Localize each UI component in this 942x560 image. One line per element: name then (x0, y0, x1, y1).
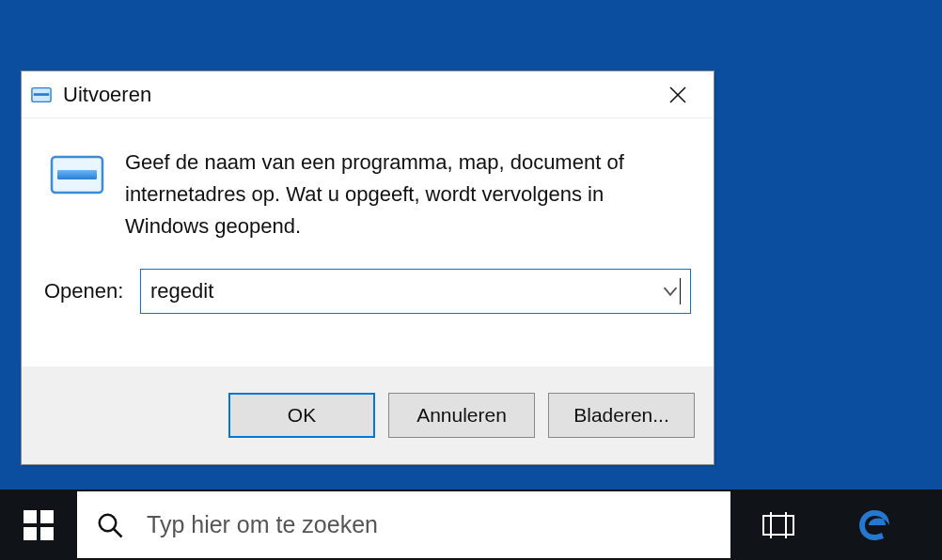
open-input[interactable] (150, 279, 681, 303)
svg-point-11 (100, 514, 117, 531)
svg-rect-9 (24, 527, 37, 540)
svg-rect-10 (40, 527, 54, 540)
cancel-button[interactable]: Annuleren (388, 393, 535, 438)
dialog-description: Geef de naam van een programma, map, doc… (125, 147, 680, 242)
browse-button[interactable]: Bladeren... (548, 393, 695, 438)
svg-rect-6 (57, 170, 97, 179)
run-icon (44, 147, 110, 203)
taskbar: Typ hier om te zoeken (0, 490, 942, 560)
dialog-content: Geef de naam van een programma, map, doc… (22, 118, 714, 252)
svg-rect-13 (763, 516, 793, 535)
dialog-title: Uitvoeren (63, 83, 151, 107)
chevron-down-icon[interactable] (662, 283, 679, 300)
text-cursor (680, 278, 681, 304)
run-dialog: Uitvoeren Geef de naam van een programma… (21, 70, 714, 465)
svg-rect-7 (24, 510, 37, 523)
edge-icon[interactable] (826, 490, 922, 560)
svg-rect-1 (34, 93, 50, 96)
dialog-titlebar: Uitvoeren (22, 71, 714, 118)
start-button[interactable] (0, 490, 77, 560)
task-view-icon[interactable] (730, 490, 826, 560)
search-icon (96, 511, 124, 539)
svg-rect-8 (40, 510, 54, 523)
open-label: Openen: (44, 279, 133, 303)
search-placeholder: Typ hier om te zoeken (147, 511, 378, 538)
run-title-icon (31, 85, 52, 105)
ok-button[interactable]: OK (228, 393, 375, 438)
open-combobox[interactable] (140, 269, 691, 314)
close-button[interactable] (646, 71, 710, 117)
open-row: Openen: (22, 252, 714, 340)
taskbar-search[interactable]: Typ hier om te zoeken (77, 491, 730, 558)
svg-line-12 (114, 528, 122, 537)
dialog-buttons: OK Annuleren Bladeren... (22, 366, 714, 464)
